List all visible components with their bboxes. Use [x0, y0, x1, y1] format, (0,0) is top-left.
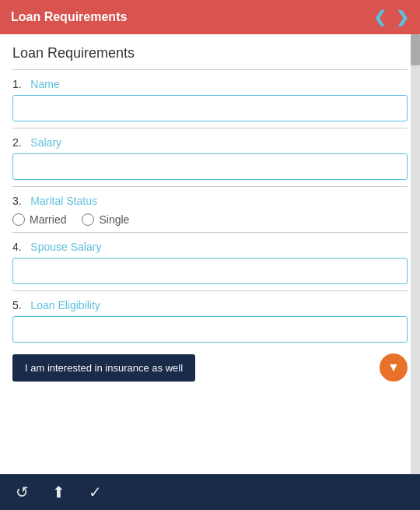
field-loan-eligibility-label: 5. Loan Eligibility [12, 299, 408, 311]
single-option[interactable]: Single [82, 213, 129, 226]
field-spouse-salary-label: 4. Spouse Salary [12, 241, 408, 253]
orange-dropdown-button[interactable]: ▼ [380, 353, 408, 382]
married-label: Married [30, 213, 66, 226]
field-salary: 2. Salary [12, 136, 408, 180]
married-radio[interactable] [12, 213, 25, 226]
field-spouse-salary: 4. Spouse Salary [12, 241, 408, 284]
scrollbar-track [411, 34, 420, 474]
scrollbar-thumb[interactable] [411, 34, 420, 65]
married-option[interactable]: Married [12, 213, 66, 226]
field-name-number: 1. [12, 78, 22, 90]
name-input[interactable] [12, 95, 408, 121]
divider-3 [12, 232, 408, 233]
header-title: Loan Requirements [11, 10, 127, 24]
header-navigation: ❮ ❯ [373, 8, 409, 26]
field-marital-status: 3. Marital Status Married Single [12, 195, 408, 226]
marital-radio-group: Married Single [12, 213, 408, 226]
field-marital-status-label: 3. Marital Status [12, 195, 408, 207]
field-loan-eligibility: 5. Loan Eligibility [12, 299, 408, 343]
field-name-label: 1. Name [12, 78, 408, 90]
field-spouse-number: 4. [12, 241, 22, 253]
field-salary-label: 2. Salary [12, 136, 408, 149]
insurance-area: I am interested in insurance as well ▼ [12, 353, 408, 385]
divider-4 [12, 290, 408, 291]
bottom-toolbar: ↺ ⬆ ✓ [0, 474, 420, 510]
insurance-button[interactable]: I am interested in insurance as well [12, 354, 195, 382]
salary-input[interactable] [12, 153, 408, 180]
field-salary-number: 2. [12, 136, 22, 149]
single-label: Single [99, 213, 129, 226]
field-loan-number: 5. [12, 299, 22, 311]
refresh-icon[interactable]: ↺ [16, 483, 29, 501]
single-radio[interactable] [82, 213, 94, 226]
check-icon[interactable]: ✓ [89, 483, 102, 501]
dropdown-arrow-icon: ▼ [387, 361, 400, 375]
divider-1 [12, 128, 408, 128]
title-divider [12, 69, 408, 70]
app-header: Loan Requirements ❮ ❯ [0, 0, 420, 34]
prev-arrow-icon[interactable]: ❮ [373, 8, 387, 26]
next-arrow-icon[interactable]: ❯ [396, 8, 409, 26]
page-title: Loan Requirements [12, 45, 408, 62]
spouse-salary-input[interactable] [12, 258, 408, 284]
upload-icon[interactable]: ⬆ [52, 483, 65, 501]
loan-eligibility-input[interactable] [12, 316, 408, 343]
field-name: 1. Name [12, 78, 408, 121]
main-content: Loan Requirements 1. Name 2. Salary 3. M… [0, 34, 420, 474]
field-marital-number: 3. [12, 195, 22, 207]
divider-2 [12, 186, 408, 187]
